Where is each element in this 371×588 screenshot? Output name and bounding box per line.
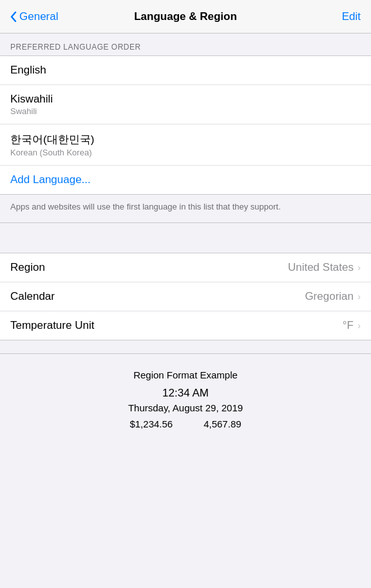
language-kiswahili-sub: Swahili xyxy=(10,106,361,116)
format-title: Region Format Example xyxy=(10,369,361,380)
region-value-group: United States › xyxy=(288,261,361,274)
calendar-value-group: Gregorian › xyxy=(305,290,361,303)
format-section: Region Format Example 12:34 AM Thursday,… xyxy=(0,353,371,442)
gap xyxy=(0,340,371,353)
edit-button[interactable]: Edit xyxy=(342,10,361,23)
settings-row-region[interactable]: Region United States › xyxy=(0,253,371,282)
format-time: 12:34 AM xyxy=(10,387,361,400)
format-date: Thursday, August 29, 2019 xyxy=(10,402,361,413)
language-english-main: English xyxy=(10,64,361,77)
format-numbers: $1,234.56 4,567.89 xyxy=(10,418,361,429)
language-list: English Kiswahili Swahili 한국어(대한민국) Kore… xyxy=(0,55,371,195)
temperature-value: °F xyxy=(343,319,354,332)
region-value: United States xyxy=(288,261,354,274)
language-row-kiswahili[interactable]: Kiswahili Swahili xyxy=(0,85,371,124)
back-label: General xyxy=(19,10,58,23)
temperature-label: Temperature Unit xyxy=(10,319,94,332)
section-header-languages: PREFERRED LANGUAGE ORDER xyxy=(0,34,371,55)
calendar-chevron-icon: › xyxy=(357,291,361,302)
back-button[interactable]: General xyxy=(10,10,58,23)
language-kiswahili-main: Kiswahili xyxy=(10,93,361,106)
format-number-currency: $1,234.56 xyxy=(129,418,173,429)
temperature-value-group: °F › xyxy=(343,319,361,332)
settings-row-calendar[interactable]: Calendar Gregorian › xyxy=(0,282,371,311)
language-row-korean[interactable]: 한국어(대한민국) Korean (South Korea) xyxy=(0,124,371,166)
info-text: Apps and websites will use the first lan… xyxy=(0,195,371,223)
language-korean-main: 한국어(대한민국) xyxy=(10,132,361,147)
calendar-value: Gregorian xyxy=(305,290,354,303)
settings-row-temperature[interactable]: Temperature Unit °F › xyxy=(0,311,371,340)
page-title: Language & Region xyxy=(134,10,237,23)
back-chevron-icon xyxy=(10,12,17,22)
language-korean-sub: Korean (South Korea) xyxy=(10,148,361,157)
nav-bar: General Language & Region Edit xyxy=(0,0,371,34)
add-language-row[interactable]: Add Language... xyxy=(0,166,371,194)
temperature-chevron-icon: › xyxy=(357,320,361,331)
region-chevron-icon: › xyxy=(357,262,361,273)
add-language-label[interactable]: Add Language... xyxy=(10,173,91,186)
language-row-english[interactable]: English xyxy=(0,56,371,85)
format-number-decimal: 4,567.89 xyxy=(204,418,241,429)
settings-list: Region United States › Calendar Gregoria… xyxy=(0,253,371,340)
region-label: Region xyxy=(10,261,45,274)
calendar-label: Calendar xyxy=(10,290,55,303)
